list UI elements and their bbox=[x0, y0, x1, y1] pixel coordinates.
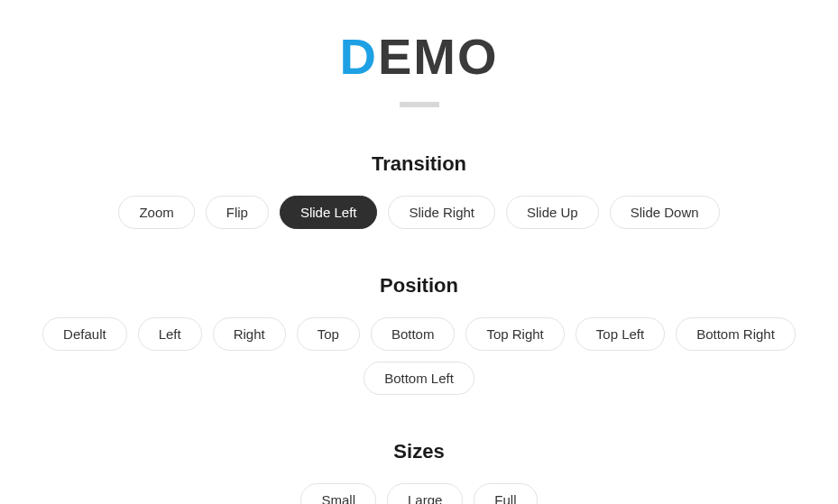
position-left-button[interactable]: Left bbox=[138, 317, 202, 351]
transition-slide-left-button[interactable]: Slide Left bbox=[280, 196, 378, 229]
position-bottom-left-button[interactable]: Bottom Left bbox=[364, 362, 474, 395]
position-right-button[interactable]: Right bbox=[213, 317, 286, 351]
transition-slide-down-button[interactable]: Slide Down bbox=[610, 196, 720, 229]
position-top-right-button[interactable]: Top Right bbox=[465, 317, 564, 351]
title-rest: EMO bbox=[378, 28, 499, 85]
page-title: DEMO bbox=[339, 27, 498, 86]
position-top-button[interactable]: Top bbox=[297, 317, 360, 351]
title-accent-letter: D bbox=[339, 28, 377, 85]
section-title-sizes: Sizes bbox=[393, 440, 444, 463]
position-bottom-right-button[interactable]: Bottom Right bbox=[676, 317, 796, 351]
transition-slide-right-button[interactable]: Slide Right bbox=[388, 196, 495, 229]
section-title-transition: Transition bbox=[372, 152, 466, 176]
transition-slide-up-button[interactable]: Slide Up bbox=[506, 196, 599, 229]
position-top-left-button[interactable]: Top Left bbox=[576, 317, 665, 351]
section-transition: Transition Zoom Flip Slide Left Slide Ri… bbox=[0, 152, 838, 229]
section-title-position: Position bbox=[380, 274, 458, 298]
section-sizes: Sizes Small Large Full bbox=[0, 440, 838, 504]
size-large-button[interactable]: Large bbox=[387, 483, 463, 504]
size-full-button[interactable]: Full bbox=[474, 483, 537, 504]
transition-options: Zoom Flip Slide Left Slide Right Slide U… bbox=[118, 196, 719, 229]
sizes-options: Small Large Full bbox=[300, 483, 537, 504]
section-position: Position Default Left Right Top Bottom T… bbox=[0, 274, 838, 395]
demo-container: DEMO Transition Zoom Flip Slide Left Sli… bbox=[0, 0, 838, 504]
title-divider bbox=[400, 102, 439, 107]
position-bottom-button[interactable]: Bottom bbox=[371, 317, 456, 351]
transition-zoom-button[interactable]: Zoom bbox=[118, 196, 194, 229]
transition-flip-button[interactable]: Flip bbox=[206, 196, 269, 229]
position-options: Default Left Right Top Bottom Top Right … bbox=[0, 317, 838, 395]
size-small-button[interactable]: Small bbox=[300, 483, 376, 504]
position-default-button[interactable]: Default bbox=[42, 317, 127, 351]
